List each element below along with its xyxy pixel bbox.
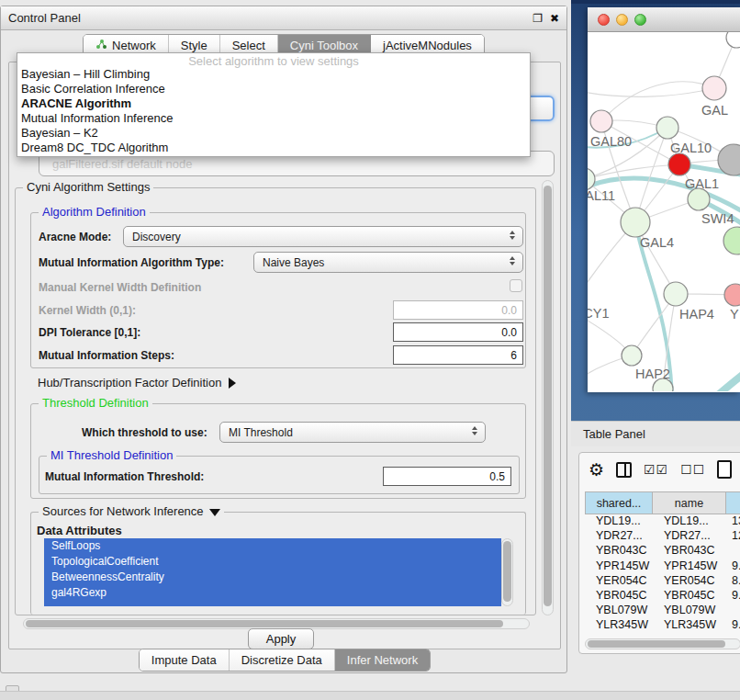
network-node-gal4[interactable]: [621, 208, 650, 237]
mi-threshold-field[interactable]: 0.5: [383, 467, 511, 486]
network-node[interactable]: [723, 227, 740, 254]
column-header[interactable]: shared...: [585, 491, 653, 514]
table-horizontal-scrollbar[interactable]: [585, 638, 740, 649]
network-node-swi4[interactable]: [688, 188, 710, 210]
hub-definition-label: Hub/Transcription Factor Definition: [38, 376, 221, 390]
algorithm-dropdown-popup: Select algorithm to view settings Bayesi…: [17, 52, 531, 157]
mi-threshold-definition-group: MI Threshold Definition Mutual Informati…: [39, 456, 520, 494]
table-row[interactable]: YDL19...YDL19...13: [585, 514, 740, 529]
aracne-mode-combobox[interactable]: Discovery: [123, 226, 523, 247]
tab-label: Cyni Toolbox: [290, 39, 358, 52]
table-row[interactable]: YLR345WYLR345W9.: [585, 618, 740, 633]
tab-label: Network: [112, 39, 156, 52]
table-cell: YER054C: [653, 574, 726, 589]
node-label: HAP4: [679, 307, 714, 322]
table-cell: YBR045C: [585, 589, 653, 604]
network-graph[interactable]: GALGAL80GAL10GAL1GAL11SWI4GAL4GCY1HAP4YH…: [588, 32, 740, 391]
sources-title[interactable]: Sources for Network Inference: [39, 504, 224, 518]
tab-discretize-data[interactable]: Discretize Data: [230, 649, 335, 671]
network-edges-thick: [588, 128, 740, 391]
network-node-gal1[interactable]: [668, 153, 690, 175]
network-node[interactable]: [726, 32, 740, 48]
table-row[interactable]: YDR27...YDR27...12: [585, 529, 740, 544]
kernel-width-field[interactable]: 0.0: [393, 300, 523, 320]
table-row[interactable]: YER054CYER054C8.: [585, 574, 740, 589]
table-cell: YLR345W: [653, 618, 726, 633]
table-cell: YBL079W: [585, 604, 653, 618]
table-cell: YPR145W: [653, 559, 726, 574]
table-panel-titlebar: Table Panel: [571, 421, 740, 446]
node-label: Y: [730, 307, 739, 322]
table-row[interactable]: YBL079WYBL079W: [585, 604, 740, 618]
which-threshold-combobox[interactable]: MI Threshold: [219, 422, 486, 443]
column-header[interactable]: [726, 491, 740, 514]
network-node-gal80[interactable]: [590, 110, 612, 132]
apply-button[interactable]: Apply: [248, 628, 314, 649]
tab-impute-data[interactable]: Impute Data: [140, 649, 230, 671]
threshold-definition-title: Threshold Definition: [39, 396, 152, 410]
table-cell: YBL079W: [653, 604, 726, 618]
minimize-traffic-light-icon[interactable]: [616, 14, 628, 26]
network-node-gal10[interactable]: [656, 117, 678, 139]
mi-algorithm-type-combobox[interactable]: Naive Bayes: [253, 252, 523, 273]
close-window-icon[interactable]: ✖: [550, 12, 559, 25]
network-canvas[interactable]: GALGAL80GAL10GAL1GAL11SWI4GAL4GCY1HAP4YH…: [588, 32, 740, 391]
network-view-window: GALGAL80GAL10GAL1GAL11SWI4GAL4GCY1HAP4YH…: [588, 7, 740, 392]
dropdown-header: Select algorithm to view settings: [17, 53, 530, 67]
columns-icon[interactable]: [616, 462, 632, 478]
dropdown-item[interactable]: Basic Correlation Inference: [17, 82, 530, 96]
data-attributes-list[interactable]: SelfLoopsTopologicalCoefficientBetweenne…: [44, 538, 501, 606]
mi-algorithm-type-label: Mutual Information Algorithm Type:: [39, 256, 224, 269]
table-cell: [726, 604, 740, 618]
network-window-titlebar[interactable]: [588, 7, 740, 32]
manual-kernel-width-checkbox[interactable]: [510, 279, 522, 292]
network-node-hap2[interactable]: [622, 345, 642, 366]
column-header[interactable]: name: [653, 491, 726, 514]
dropdown-item[interactable]: Bayesian – Hill Climbing: [17, 67, 530, 82]
combobox-stepper-icon: [510, 231, 515, 240]
dpi-tolerance-field[interactable]: 0.0: [393, 322, 523, 342]
gear-icon[interactable]: ⚙: [589, 461, 604, 479]
attribute-item[interactable]: TopologicalCoefficient: [44, 554, 501, 570]
tab-label: jActiveMNodules: [383, 39, 472, 52]
data-attributes-label: Data Attributes: [37, 524, 122, 537]
cyni-settings-title: Cyni Algorithm Settings: [23, 180, 153, 194]
settings-vertical-scrollbar[interactable]: [542, 180, 554, 615]
table-cell: 9.: [726, 559, 740, 574]
network-node-gal[interactable]: [702, 76, 726, 100]
export-table-icon[interactable]: [717, 460, 732, 479]
dropdown-item[interactable]: Mutual Information Inference: [17, 111, 530, 126]
close-traffic-light-icon[interactable]: [598, 14, 610, 26]
network-node-y[interactable]: [724, 284, 740, 306]
control-panel-title: Control Panel: [8, 11, 81, 25]
deselect-all-checkboxes-icon[interactable]: ☐☐: [680, 462, 705, 477]
table-row[interactable]: YPR145WYPR145W9.: [585, 559, 740, 574]
table-cell: 9.: [726, 618, 740, 633]
zoom-traffic-light-icon[interactable]: [634, 14, 646, 26]
float-window-icon[interactable]: ❐: [533, 12, 543, 25]
dropdown-item[interactable]: Bayesian – K2: [17, 126, 530, 141]
manual-kernel-width-label: Manual Kernel Width Definition: [39, 281, 201, 294]
attribute-item[interactable]: BetweennessCentrality: [44, 570, 501, 585]
which-threshold-label: Which threshold to use:: [82, 426, 207, 439]
table-row[interactable]: YBR045CYBR045C9.: [585, 589, 740, 604]
node-label: GAL: [701, 103, 728, 118]
attribute-item[interactable]: SelfLoops: [44, 538, 501, 554]
dpi-tolerance-label: DPI Tolerance [0,1]:: [39, 326, 140, 339]
node-label: SWI4: [701, 211, 734, 226]
attributes-vertical-scrollbar[interactable]: [501, 538, 513, 606]
hub-definition-expander[interactable]: Hub/Transcription Factor Definition: [38, 376, 236, 390]
network-node-hap4[interactable]: [664, 282, 688, 306]
table-cell: YDL19...: [653, 514, 726, 529]
table-cell: YPR145W: [585, 559, 653, 574]
dropdown-item[interactable]: ARACNE Algorithm: [17, 96, 530, 111]
attribute-item[interactable]: gal4RGexp: [44, 585, 501, 601]
select-all-checkboxes-icon[interactable]: ☑☑: [644, 462, 668, 477]
table-row[interactable]: YBR043CYBR043C: [585, 544, 740, 559]
mi-steps-field[interactable]: 6: [393, 345, 523, 365]
combobox-stepper-icon: [510, 256, 515, 265]
tab-infer-network[interactable]: Infer Network: [335, 649, 430, 671]
cyni-algorithm-settings-group: Cyni Algorithm Settings Algorithm Defini…: [15, 187, 536, 615]
node-label: GAL80: [590, 134, 632, 149]
dropdown-item[interactable]: Dream8 DC_TDC Algorithm: [17, 141, 530, 155]
